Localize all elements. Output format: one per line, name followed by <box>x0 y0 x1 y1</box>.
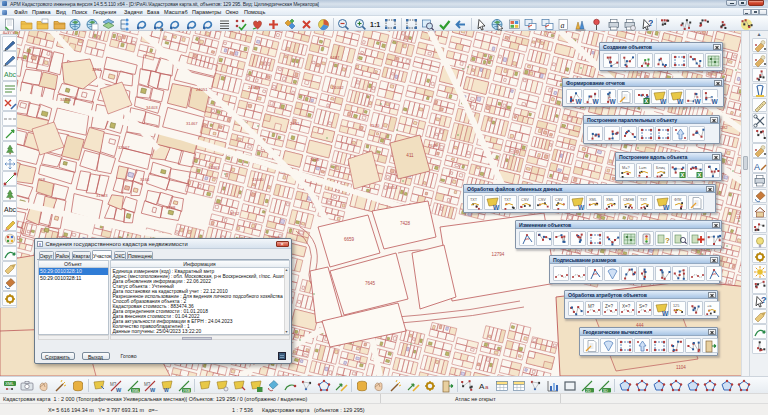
svg-text:a: a <box>485 384 489 390</box>
svg-text:W: W <box>164 387 169 393</box>
svg-text:?: ? <box>761 295 767 305</box>
svg-text:2D: 2D <box>586 388 591 392</box>
svg-text:W: W <box>610 98 617 105</box>
svg-text:XML: XML <box>5 381 14 386</box>
svg-text:?: ? <box>665 236 670 245</box>
svg-text:W: W <box>662 310 669 317</box>
svg-text:W: W <box>663 204 670 211</box>
svg-text:CSV: CSV <box>538 198 546 202</box>
svg-text:TXT: TXT <box>470 198 478 202</box>
svg-text:125: 125 <box>673 304 679 308</box>
svg-text:M=?: M=? <box>622 166 630 170</box>
svg-text:W: W <box>695 98 702 105</box>
svg-text:W: W <box>677 98 684 105</box>
svg-text:УКВ: УКВ <box>183 388 191 392</box>
svg-text:X: X <box>698 172 702 178</box>
svg-text:a: a <box>561 20 565 29</box>
svg-text:Abc: Abc <box>4 71 17 78</box>
svg-text:W: W <box>493 204 500 211</box>
svg-text:+a: +a <box>707 304 712 308</box>
svg-text:CSV: CSV <box>555 198 563 202</box>
svg-text:W: W <box>593 98 600 105</box>
svg-text:W: W <box>712 98 719 105</box>
svg-text:L=m: L=m <box>639 166 647 170</box>
svg-text:ФЛК: ФЛК <box>674 198 682 202</box>
svg-text:W: W <box>578 204 585 211</box>
svg-text:X=?: X=? <box>622 304 631 309</box>
svg-text:XML: XML <box>589 198 597 202</box>
svg-text:XML: XML <box>132 388 140 392</box>
svg-text:Z=?: Z=? <box>605 304 613 309</box>
svg-text:CSV: CSV <box>521 198 529 202</box>
svg-text:W: W <box>576 98 583 105</box>
svg-text:X: X <box>645 98 649 104</box>
svg-text:3D: 3D <box>603 388 608 392</box>
svg-text:W: W <box>150 387 156 393</box>
svg-text:S=?: S=? <box>639 304 648 309</box>
svg-text:СМЭВ: СМЭВ <box>623 198 635 202</box>
svg-text:a: a <box>160 25 164 31</box>
svg-text:W: W <box>660 98 667 105</box>
svg-text:W: W <box>116 387 122 393</box>
svg-text:Abc: Abc <box>4 206 17 213</box>
svg-text:Блиц: Блиц <box>656 166 666 170</box>
svg-text:TXT: TXT <box>504 198 512 202</box>
svg-text:X: X <box>681 172 685 178</box>
svg-text:A: A <box>754 162 760 172</box>
svg-text:XML: XML <box>606 198 614 202</box>
svg-text:M?: M? <box>588 304 595 309</box>
svg-text:?: ? <box>648 18 653 28</box>
svg-text:TXT: TXT <box>640 198 648 202</box>
